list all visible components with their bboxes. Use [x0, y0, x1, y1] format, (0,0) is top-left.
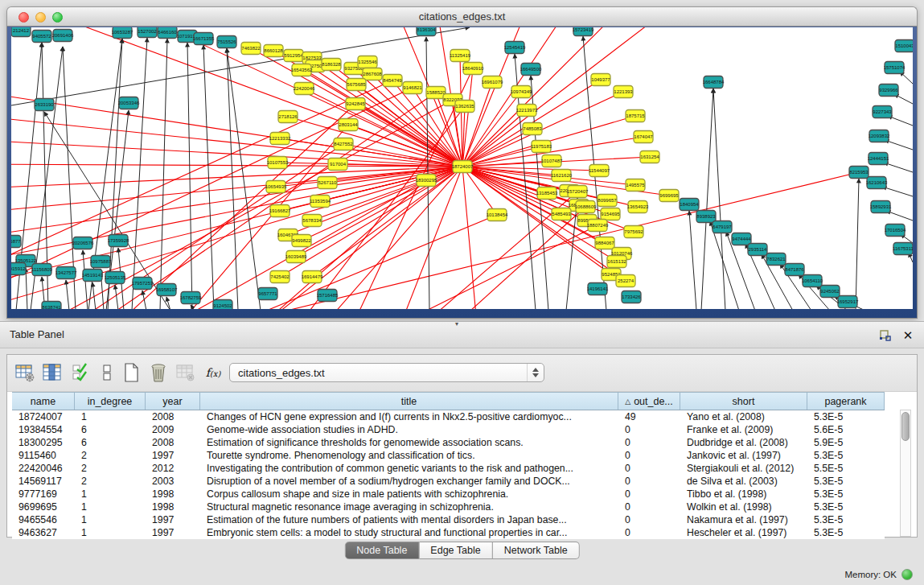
graph-node[interactable]: 9329966 — [879, 84, 898, 97]
graph-node[interactable]: 8454749 — [383, 75, 402, 87]
graph-node[interactable]: 917004 — [328, 159, 347, 171]
graph-node[interactable]: 5267110 — [318, 177, 337, 189]
graph-node[interactable]: 8938923 — [696, 211, 716, 223]
graph-node[interactable]: 8471876 — [785, 264, 804, 276]
graph-node[interactable]: 13654923 — [627, 201, 649, 213]
graph-node[interactable]: 7463822 — [241, 43, 261, 55]
graph-node[interactable]: 10688609 — [575, 201, 597, 213]
graph-node[interactable]: 18807249 — [587, 220, 609, 232]
graph-node[interactable]: 16210643 — [866, 177, 888, 189]
column-header-short[interactable]: short — [680, 393, 807, 410]
graph-node[interactable]: 9405572 — [32, 31, 51, 43]
graph-node[interactable]: 9884067 — [595, 237, 614, 249]
graph-node[interactable]: 1733426 — [622, 291, 641, 303]
graph-node[interactable]: 10974349 — [511, 86, 532, 98]
graph-node[interactable]: 16958107 — [156, 284, 178, 296]
graph-node[interactable]: 2867608 — [363, 68, 382, 80]
graph-node[interactable]: 18640910 — [462, 63, 484, 75]
graph-node[interactable]: 9499822 — [292, 235, 311, 247]
graph-node[interactable]: 9242845 — [346, 98, 365, 110]
graph-node[interactable]: 2935114 — [748, 244, 767, 256]
graph-node[interactable]: 1221393 — [614, 86, 633, 98]
table-row[interactable]: 946362711997Embryonic stem cells: a mode… — [12, 526, 885, 539]
graph-node[interactable]: 5485493 — [552, 208, 571, 220]
graph-node[interactable]: 13427577 — [55, 267, 77, 279]
graph-node[interactable]: 9146821 — [403, 82, 422, 94]
scrollbar-thumb[interactable] — [901, 412, 910, 441]
graph-node[interactable]: 11975183 — [531, 141, 552, 153]
graph-node[interactable]: 8427552 — [334, 138, 353, 150]
graph-node[interactable]: 1674047 — [634, 131, 653, 143]
graph-node[interactable]: 8660128 — [264, 45, 283, 57]
graph-node[interactable]: 9124502 — [213, 300, 232, 310]
graph-node[interactable]: 1495575 — [626, 179, 645, 192]
graph-node[interactable]: 7485083 — [523, 123, 542, 135]
graph-node[interactable]: 16648784 — [703, 76, 725, 89]
graph-node[interactable]: 15723419 — [573, 27, 594, 36]
table-row[interactable]: 911546021997Tourette syndrome. Phenomeno… — [12, 449, 885, 462]
tab-edge-table[interactable]: Edge Table — [419, 542, 492, 559]
graph-node[interactable]: 16649500 — [520, 64, 542, 76]
graph-node[interactable]: 1631254 — [640, 151, 659, 163]
graph-node[interactable]: 12444151 — [868, 153, 889, 165]
graph-node[interactable]: 8099657 — [598, 195, 617, 207]
table-row[interactable]: 1456911722003Disruption of a novel membe… — [12, 475, 885, 488]
graph-node[interactable]: 15716485 — [317, 290, 339, 302]
graph-node[interactable]: 9154695 — [601, 208, 620, 220]
column-header-year[interactable]: year — [146, 393, 200, 410]
graph-node[interactable]: 5675685 — [347, 79, 366, 91]
table-row[interactable]: 1872400712008Changes of HCN gene express… — [12, 410, 885, 423]
graph-node[interactable]: 16543562 — [291, 64, 313, 76]
graph-node[interactable]: 6466160 — [158, 27, 177, 39]
graph-node[interactable]: 16039489 — [285, 251, 307, 263]
memory-status-icon[interactable] — [901, 569, 913, 580]
function-builder-icon[interactable]: f(x) — [202, 361, 224, 384]
tab-network-table[interactable]: Network Table — [493, 542, 580, 559]
graph-node[interactable]: 16914479 — [302, 271, 323, 283]
graph-node[interactable]: 11675311 — [893, 243, 913, 255]
table-row[interactable]: 1830029562008Estimation of significance … — [12, 436, 885, 449]
graph-node[interactable]: 16671355 — [193, 33, 215, 45]
graph-node[interactable]: 7425402 — [270, 271, 290, 283]
graph-node[interactable]: 2633190 — [35, 99, 54, 111]
graph-node[interactable]: 20053346 — [118, 97, 140, 109]
graph-node[interactable]: 14196141 — [587, 283, 609, 295]
graph-node[interactable]: 16952917 — [837, 296, 859, 308]
graph-node[interactable]: 11621620 — [551, 170, 573, 182]
table-options-icon[interactable] — [14, 361, 36, 384]
graph-node[interactable]: 11156809 — [31, 264, 52, 276]
graph-node[interactable]: 12213973 — [516, 105, 538, 117]
graph-node[interactable]: 2803144 — [339, 119, 358, 131]
table-row[interactable]: 946554611997Estimation of the future num… — [12, 513, 885, 526]
graph-node[interactable]: 17359928 — [108, 235, 129, 247]
graph-node[interactable]: 252274 — [616, 275, 635, 287]
table-row[interactable]: 969969511998Structural magnetic resonanc… — [12, 501, 885, 513]
graph-node[interactable]: 10975887 — [90, 256, 112, 268]
tab-node-table[interactable]: Node Table — [344, 542, 419, 559]
column-header-name[interactable]: name — [12, 393, 75, 410]
graph-node[interactable]: 10138454 — [487, 209, 508, 221]
row-height-icon[interactable] — [96, 361, 118, 384]
graph-node[interactable]: 19166827 — [269, 205, 291, 217]
graph-node[interactable]: 1527002 — [138, 27, 157, 38]
graph-node[interactable]: 9657771 — [258, 288, 277, 300]
column-header-out-de-[interactable]: △out_de... — [618, 393, 680, 410]
table-row[interactable]: 977716911998Corpus callosum shape and si… — [12, 488, 885, 501]
graph-node[interactable]: 7515526 — [217, 36, 236, 48]
graph-node[interactable]: 2605877 — [11, 236, 21, 248]
close-panel-icon[interactable]: ✕ — [900, 328, 916, 344]
create-table-icon[interactable] — [120, 361, 142, 384]
graph-node[interactable]: 9474444 — [732, 233, 751, 245]
graph-node[interactable]: 22420046 — [294, 83, 315, 95]
graph-node[interactable]: 18724007 — [452, 161, 474, 173]
graph-node[interactable]: 18300295 — [416, 175, 437, 187]
graph-node[interactable]: 14519143 — [82, 270, 104, 282]
column-header-pagerank[interactable]: pagerank — [807, 393, 885, 410]
float-panel-icon[interactable] — [877, 328, 893, 344]
graph-node[interactable]: 1362635 — [455, 101, 474, 113]
graph-node[interactable]: 12545419 — [504, 42, 526, 54]
graph-node[interactable]: 212412 — [11, 27, 31, 37]
graph-node[interactable]: 8186328 — [322, 59, 341, 71]
graph-node[interactable]: 1325546 — [358, 56, 377, 68]
graph-node[interactable]: 11325419 — [450, 50, 471, 62]
